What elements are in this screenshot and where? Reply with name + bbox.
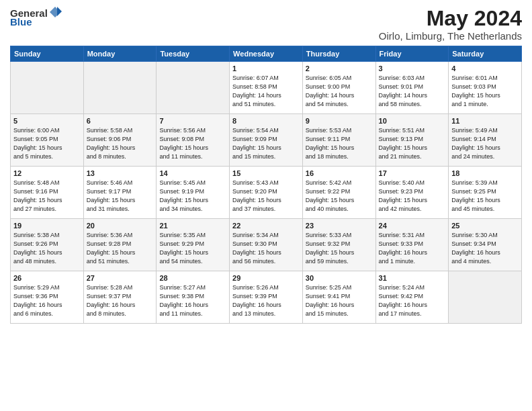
calendar-cell: 21Sunrise: 5:35 AM Sunset: 9:29 PM Dayli…: [157, 219, 230, 271]
cell-info: Sunrise: 5:31 AM Sunset: 9:33 PM Dayligh…: [379, 231, 446, 266]
week-row-2: 5Sunrise: 6:00 AM Sunset: 9:05 PM Daylig…: [11, 114, 522, 167]
calendar-cell: [83, 62, 157, 114]
cell-info: Sunrise: 5:42 AM Sunset: 9:22 PM Dayligh…: [306, 179, 373, 214]
week-row-5: 26Sunrise: 5:29 AM Sunset: 9:36 PM Dayli…: [11, 271, 522, 324]
day-number: 12: [13, 169, 81, 177]
day-number: 27: [87, 274, 154, 282]
calendar-cell: 27Sunrise: 5:28 AM Sunset: 9:37 PM Dayli…: [83, 271, 157, 324]
cell-info: Sunrise: 5:36 AM Sunset: 9:28 PM Dayligh…: [87, 231, 154, 266]
cell-info: Sunrise: 5:58 AM Sunset: 9:06 PM Dayligh…: [87, 126, 154, 161]
header: General Blue May 2024 Oirlo, Limburg, Th…: [10, 7, 522, 42]
col-header-thursday: Thursday: [302, 46, 375, 62]
cell-info: Sunrise: 5:39 AM Sunset: 9:25 PM Dayligh…: [451, 179, 519, 214]
col-header-wednesday: Wednesday: [230, 46, 303, 62]
calendar-cell: 8Sunrise: 5:54 AM Sunset: 9:09 PM Daylig…: [230, 114, 303, 167]
day-number: 25: [451, 222, 519, 230]
subtitle: Oirlo, Limburg, The Netherlands: [379, 30, 522, 42]
calendar-cell: 1Sunrise: 6:07 AM Sunset: 8:58 PM Daylig…: [230, 62, 303, 114]
cell-info: Sunrise: 5:54 AM Sunset: 9:09 PM Dayligh…: [232, 126, 300, 161]
cell-info: Sunrise: 5:51 AM Sunset: 9:13 PM Dayligh…: [379, 126, 446, 161]
week-row-4: 19Sunrise: 5:38 AM Sunset: 9:26 PM Dayli…: [11, 219, 522, 271]
cell-info: Sunrise: 5:45 AM Sunset: 9:19 PM Dayligh…: [159, 179, 226, 214]
day-number: 22: [232, 222, 300, 230]
calendar-cell: [11, 62, 84, 114]
calendar-cell: 15Sunrise: 5:43 AM Sunset: 9:20 PM Dayli…: [230, 167, 303, 219]
calendar-cell: [449, 271, 522, 324]
day-number: 15: [232, 169, 300, 177]
calendar-cell: 22Sunrise: 5:34 AM Sunset: 9:30 PM Dayli…: [230, 219, 303, 271]
day-number: 29: [232, 274, 300, 282]
cell-info: Sunrise: 5:30 AM Sunset: 9:34 PM Dayligh…: [451, 231, 519, 266]
day-number: 5: [13, 117, 81, 125]
cell-info: Sunrise: 5:25 AM Sunset: 9:41 PM Dayligh…: [306, 283, 373, 318]
cell-info: Sunrise: 5:56 AM Sunset: 9:08 PM Dayligh…: [159, 126, 226, 161]
calendar-cell: 13Sunrise: 5:46 AM Sunset: 9:17 PM Dayli…: [83, 167, 157, 219]
col-header-friday: Friday: [375, 46, 449, 62]
calendar-cell: 7Sunrise: 5:56 AM Sunset: 9:08 PM Daylig…: [157, 114, 230, 167]
calendar-table: SundayMondayTuesdayWednesdayThursdayFrid…: [10, 46, 522, 324]
day-number: 14: [159, 169, 226, 177]
calendar-cell: 5Sunrise: 6:00 AM Sunset: 9:05 PM Daylig…: [11, 114, 84, 167]
cell-info: Sunrise: 5:29 AM Sunset: 9:36 PM Dayligh…: [13, 283, 81, 318]
calendar-cell: 29Sunrise: 5:26 AM Sunset: 9:39 PM Dayli…: [230, 271, 303, 324]
main-title: May 2024: [379, 7, 522, 30]
cell-info: Sunrise: 5:24 AM Sunset: 9:42 PM Dayligh…: [379, 283, 446, 318]
day-number: 10: [379, 117, 446, 125]
calendar-cell: 11Sunrise: 5:49 AM Sunset: 9:14 PM Dayli…: [449, 114, 522, 167]
day-number: 23: [306, 222, 373, 230]
col-header-saturday: Saturday: [449, 46, 522, 62]
cell-info: Sunrise: 6:03 AM Sunset: 9:01 PM Dayligh…: [379, 74, 446, 109]
week-row-1: 1Sunrise: 6:07 AM Sunset: 8:58 PM Daylig…: [11, 62, 522, 114]
calendar-cell: 10Sunrise: 5:51 AM Sunset: 9:13 PM Dayli…: [375, 114, 449, 167]
calendar-cell: 2Sunrise: 6:05 AM Sunset: 9:00 PM Daylig…: [302, 62, 375, 114]
cell-info: Sunrise: 5:28 AM Sunset: 9:37 PM Dayligh…: [87, 283, 154, 318]
calendar-cell: 30Sunrise: 5:25 AM Sunset: 9:41 PM Dayli…: [302, 271, 375, 324]
calendar-cell: 31Sunrise: 5:24 AM Sunset: 9:42 PM Dayli…: [375, 271, 449, 324]
cell-info: Sunrise: 6:07 AM Sunset: 8:58 PM Dayligh…: [232, 74, 300, 109]
day-number: 30: [306, 274, 373, 282]
cell-info: Sunrise: 5:38 AM Sunset: 9:26 PM Dayligh…: [13, 231, 81, 266]
calendar-cell: [157, 62, 230, 114]
svg-marker-1: [57, 7, 62, 16]
day-number: 16: [306, 169, 373, 177]
day-number: 20: [87, 222, 154, 230]
cell-info: Sunrise: 5:48 AM Sunset: 9:16 PM Dayligh…: [13, 179, 81, 214]
day-number: 3: [379, 64, 446, 73]
day-number: 8: [232, 117, 300, 125]
calendar-cell: 14Sunrise: 5:45 AM Sunset: 9:19 PM Dayli…: [157, 167, 230, 219]
col-header-monday: Monday: [83, 46, 157, 62]
cell-info: Sunrise: 5:26 AM Sunset: 9:39 PM Dayligh…: [232, 283, 300, 318]
cell-info: Sunrise: 5:33 AM Sunset: 9:32 PM Dayligh…: [306, 231, 373, 266]
day-number: 6: [87, 117, 154, 125]
calendar-cell: 9Sunrise: 5:53 AM Sunset: 9:11 PM Daylig…: [302, 114, 375, 167]
day-number: 21: [159, 222, 226, 230]
day-number: 9: [306, 117, 373, 125]
cell-info: Sunrise: 6:01 AM Sunset: 9:03 PM Dayligh…: [451, 74, 519, 109]
cell-info: Sunrise: 5:43 AM Sunset: 9:20 PM Dayligh…: [232, 179, 300, 214]
main-container: General Blue May 2024 Oirlo, Limburg, Th…: [0, 0, 532, 330]
calendar-cell: 4Sunrise: 6:01 AM Sunset: 9:03 PM Daylig…: [449, 62, 522, 114]
cell-info: Sunrise: 5:27 AM Sunset: 9:38 PM Dayligh…: [159, 283, 226, 318]
cell-info: Sunrise: 6:00 AM Sunset: 9:05 PM Dayligh…: [13, 126, 81, 161]
cell-info: Sunrise: 5:49 AM Sunset: 9:14 PM Dayligh…: [451, 126, 519, 161]
day-number: 26: [13, 274, 81, 282]
day-number: 4: [451, 64, 519, 73]
calendar-cell: 24Sunrise: 5:31 AM Sunset: 9:33 PM Dayli…: [375, 219, 449, 271]
day-number: 11: [451, 117, 519, 125]
cell-info: Sunrise: 5:53 AM Sunset: 9:11 PM Dayligh…: [306, 126, 373, 161]
cell-info: Sunrise: 5:46 AM Sunset: 9:17 PM Dayligh…: [87, 179, 154, 214]
calendar-cell: 6Sunrise: 5:58 AM Sunset: 9:06 PM Daylig…: [83, 114, 157, 167]
title-block: May 2024 Oirlo, Limburg, The Netherlands: [379, 7, 522, 42]
calendar-cell: 23Sunrise: 5:33 AM Sunset: 9:32 PM Dayli…: [302, 219, 375, 271]
calendar-cell: 12Sunrise: 5:48 AM Sunset: 9:16 PM Dayli…: [11, 167, 84, 219]
calendar-cell: 3Sunrise: 6:03 AM Sunset: 9:01 PM Daylig…: [375, 62, 449, 114]
col-header-sunday: Sunday: [11, 46, 84, 62]
day-number: 18: [451, 169, 519, 177]
calendar-cell: 28Sunrise: 5:27 AM Sunset: 9:38 PM Dayli…: [157, 271, 230, 324]
cell-info: Sunrise: 5:34 AM Sunset: 9:30 PM Dayligh…: [232, 231, 300, 266]
day-number: 1: [232, 64, 300, 73]
calendar-cell: 18Sunrise: 5:39 AM Sunset: 9:25 PM Dayli…: [449, 167, 522, 219]
calendar-cell: 16Sunrise: 5:42 AM Sunset: 9:22 PM Dayli…: [302, 167, 375, 219]
calendar-cell: 26Sunrise: 5:29 AM Sunset: 9:36 PM Dayli…: [11, 271, 84, 324]
day-number: 13: [87, 169, 154, 177]
